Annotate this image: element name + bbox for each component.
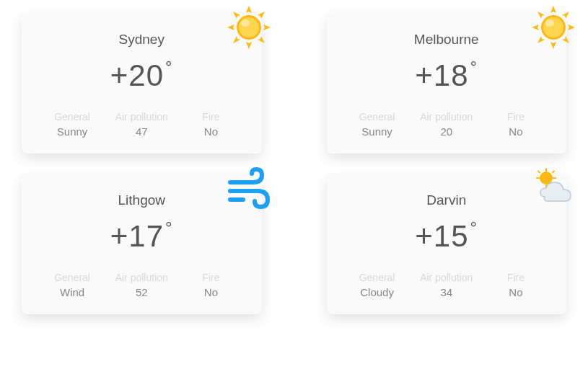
svg-marker-14 xyxy=(568,25,575,30)
svg-rect-23 xyxy=(545,168,547,172)
city-name: Sydney xyxy=(40,32,243,48)
svg-point-21 xyxy=(545,19,554,27)
svg-marker-16 xyxy=(562,12,569,19)
city-name: Lithgow xyxy=(40,192,243,208)
weather-card: Darvin +15° General Cloudy Air pollution… xyxy=(327,175,567,314)
stats-row: General Cloudy Air pollution 34 Fire No xyxy=(346,272,548,298)
temperature: +20° xyxy=(40,61,243,91)
stat-air-pollution: Air pollution 20 xyxy=(415,111,478,138)
stat-fire: Fire No xyxy=(484,272,548,298)
svg-marker-3 xyxy=(263,25,271,30)
svg-rect-26 xyxy=(553,177,556,179)
svg-marker-6 xyxy=(233,36,240,43)
svg-point-10 xyxy=(241,19,250,27)
svg-rect-28 xyxy=(552,170,556,174)
svg-point-20 xyxy=(543,17,563,37)
svg-marker-18 xyxy=(562,36,569,43)
stat-air-pollution: Air pollution 47 xyxy=(110,111,173,138)
weather-card: Sydney +20° General Sunny Air pollution … xyxy=(22,14,262,154)
temperature: +18° xyxy=(346,61,548,91)
degree-symbol: ° xyxy=(470,57,478,76)
wind-icon xyxy=(226,165,272,211)
svg-marker-1 xyxy=(246,42,252,49)
stat-fire: Fire No xyxy=(179,272,242,298)
svg-marker-7 xyxy=(258,36,265,43)
svg-rect-25 xyxy=(536,177,540,179)
sun-icon xyxy=(530,4,576,50)
stat-general: General Wind xyxy=(40,272,104,298)
svg-rect-27 xyxy=(537,170,541,174)
stats-row: General Wind Air pollution 52 Fire No xyxy=(40,272,243,298)
stat-fire: Fire No xyxy=(179,111,242,138)
stat-general: General Sunny xyxy=(346,111,409,138)
svg-marker-4 xyxy=(233,12,240,19)
stats-row: General Sunny Air pollution 47 Fire No xyxy=(40,111,243,138)
svg-marker-17 xyxy=(537,36,545,43)
weather-card: Lithgow +17° General Wind Air pollution … xyxy=(22,175,262,314)
degree-symbol: ° xyxy=(165,218,173,237)
degree-symbol: ° xyxy=(165,57,173,76)
stat-fire: Fire No xyxy=(484,111,548,138)
svg-marker-2 xyxy=(227,25,234,30)
stat-air-pollution: Air pollution 34 xyxy=(415,272,478,298)
stat-general: General Sunny xyxy=(40,111,104,138)
svg-marker-11 xyxy=(550,6,556,13)
svg-point-9 xyxy=(239,17,259,37)
stats-row: General Sunny Air pollution 20 Fire No xyxy=(346,111,548,138)
sun-icon xyxy=(226,4,272,50)
svg-marker-5 xyxy=(258,12,265,19)
svg-marker-0 xyxy=(246,6,252,13)
weather-card: Melbourne +18° General Sunny Air polluti… xyxy=(327,14,567,154)
svg-marker-15 xyxy=(537,12,545,19)
svg-marker-13 xyxy=(532,25,539,30)
stat-air-pollution: Air pollution 52 xyxy=(110,272,173,298)
temperature: +15° xyxy=(346,221,548,252)
stat-general: General Cloudy xyxy=(346,272,409,298)
city-name: Melbourne xyxy=(346,32,548,48)
temperature: +17° xyxy=(40,221,243,252)
weather-grid: Sydney +20° General Sunny Air pollution … xyxy=(22,14,566,314)
degree-symbol: ° xyxy=(470,218,478,237)
partly-cloudy-icon xyxy=(530,165,576,211)
svg-marker-12 xyxy=(550,42,556,49)
city-name: Darvin xyxy=(346,192,548,208)
